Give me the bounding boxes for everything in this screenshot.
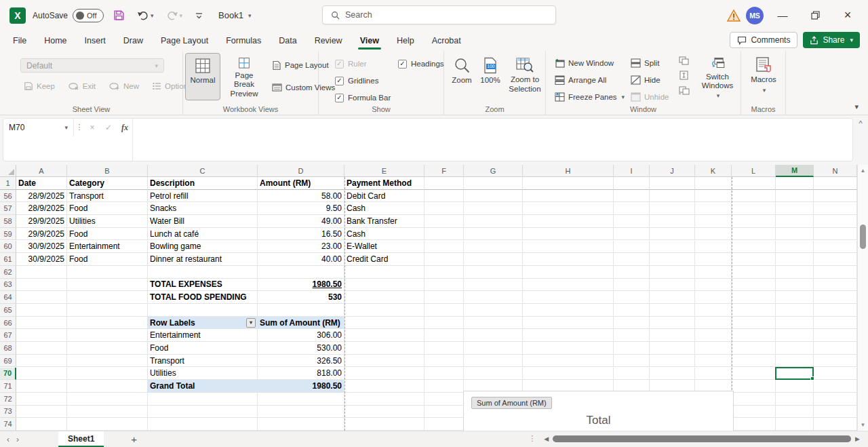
save-button[interactable]	[111, 8, 127, 22]
cell-L66[interactable]	[732, 317, 776, 330]
cell-I69[interactable]	[614, 355, 650, 368]
cell-D62[interactable]	[258, 266, 344, 279]
cell-K63[interactable]	[695, 279, 732, 292]
cell-D61[interactable]: 40.00	[258, 253, 344, 266]
cell-D1[interactable]: Amount (RM)	[258, 177, 344, 190]
cell-L67[interactable]	[732, 329, 776, 342]
cell-J65[interactable]	[650, 304, 695, 317]
cell-K62[interactable]	[695, 266, 732, 279]
cell-I70[interactable]	[614, 368, 650, 381]
cell-B64[interactable]	[67, 291, 148, 304]
cell-G70[interactable]	[464, 368, 523, 381]
cell-A64[interactable]	[16, 291, 67, 304]
cell-M72[interactable]	[776, 393, 814, 406]
cell-M62[interactable]	[776, 266, 814, 279]
cell-J63[interactable]	[650, 279, 695, 292]
ruler-checkbox[interactable]: ✓ Ruler	[335, 56, 391, 71]
cell-F74[interactable]	[425, 418, 464, 431]
cell-K70[interactable]	[695, 368, 732, 381]
cell-G68[interactable]	[464, 342, 523, 355]
cell-C56[interactable]: Petrol refill	[148, 190, 258, 203]
cell-H61[interactable]	[523, 253, 614, 266]
cell-L56[interactable]	[732, 190, 776, 203]
column-header-K[interactable]: K	[695, 165, 732, 177]
column-header-G[interactable]: G	[464, 165, 523, 177]
cell-C73[interactable]	[148, 406, 258, 419]
cell-G56[interactable]	[464, 190, 523, 203]
cell-E74[interactable]	[344, 418, 425, 431]
cell-L57[interactable]	[732, 202, 776, 215]
new-sheet-button[interactable]: +	[104, 433, 137, 445]
cell-B70[interactable]	[67, 368, 148, 381]
cell-G63[interactable]	[464, 279, 523, 292]
cell-E1[interactable]: Payment Method	[344, 177, 425, 190]
cell-H58[interactable]	[523, 215, 614, 228]
cell-B71[interactable]	[67, 380, 148, 393]
row-header-56[interactable]: 56	[0, 190, 16, 203]
cell-N57[interactable]	[814, 202, 857, 215]
scroll-down-icon[interactable]: ▼	[858, 422, 868, 428]
cell-G67[interactable]	[464, 329, 523, 342]
cell-B67[interactable]	[67, 329, 148, 342]
cell-K1[interactable]	[695, 177, 732, 190]
cell-M57[interactable]	[776, 202, 814, 215]
ribbon-tab-page-layout[interactable]: Page Layout	[152, 32, 217, 50]
cell-H1[interactable]	[523, 177, 614, 190]
cell-K58[interactable]	[695, 215, 732, 228]
cell-J64[interactable]	[650, 291, 695, 304]
cell-D72[interactable]	[258, 393, 344, 406]
row-header-1[interactable]: 1	[0, 177, 16, 190]
cell-F57[interactable]	[425, 202, 464, 215]
cell-E64[interactable]	[344, 291, 425, 304]
cell-E60[interactable]: E-Wallet	[344, 241, 425, 254]
cell-F73[interactable]	[425, 406, 464, 419]
cell-C66[interactable]: Row Labels▾	[148, 317, 258, 330]
cell-M67[interactable]	[776, 329, 814, 342]
cell-K56[interactable]	[695, 190, 732, 203]
cell-G59[interactable]	[464, 228, 523, 241]
cell-C65[interactable]	[148, 304, 258, 317]
ribbon-tab-draw[interactable]: Draw	[115, 32, 152, 50]
cell-A60[interactable]: 30/9/2025	[16, 241, 67, 254]
cell-E61[interactable]: Credit Card	[344, 253, 425, 266]
redo-dropdown-chevron-icon[interactable]: ▾	[180, 12, 183, 19]
cell-F69[interactable]	[425, 355, 464, 368]
cell-K65[interactable]	[695, 304, 732, 317]
cell-A57[interactable]: 28/9/2025	[16, 202, 67, 215]
column-header-N[interactable]: N	[814, 165, 857, 177]
ribbon-tab-file[interactable]: File	[4, 32, 35, 50]
row-header-66[interactable]: 66	[0, 317, 16, 330]
cell-A74[interactable]	[16, 418, 67, 431]
reset-window-position-icon[interactable]	[679, 85, 690, 95]
column-header-D[interactable]: D	[258, 165, 344, 177]
cell-J1[interactable]	[650, 177, 695, 190]
cell-B63[interactable]	[67, 279, 148, 292]
cell-E66[interactable]	[344, 317, 425, 330]
cell-N66[interactable]	[814, 317, 857, 330]
cell-L62[interactable]	[732, 266, 776, 279]
cell-G1[interactable]	[464, 177, 523, 190]
cell-M61[interactable]	[776, 253, 814, 266]
cell-E65[interactable]	[344, 304, 425, 317]
cell-H57[interactable]	[523, 202, 614, 215]
cell-L64[interactable]	[732, 291, 776, 304]
cell-N56[interactable]	[814, 190, 857, 203]
cell-I66[interactable]	[614, 317, 650, 330]
cell-A59[interactable]: 29/9/2025	[16, 228, 67, 241]
cell-B66[interactable]	[67, 317, 148, 330]
new-window-button[interactable]: New Window	[553, 56, 627, 71]
ribbon-tab-view[interactable]: View	[351, 32, 388, 50]
cell-E71[interactable]	[344, 380, 425, 393]
cell-J60[interactable]	[650, 241, 695, 254]
selected-cell-outline[interactable]	[775, 367, 814, 381]
cell-J58[interactable]	[650, 215, 695, 228]
cell-I64[interactable]	[614, 291, 650, 304]
cell-G58[interactable]	[464, 215, 523, 228]
horizontal-scroll-thumb[interactable]	[553, 435, 851, 442]
cell-H66[interactable]	[523, 317, 614, 330]
cell-M1[interactable]	[776, 177, 814, 190]
freeze-panes-button[interactable]: * Freeze Panes ▾	[553, 90, 627, 104]
cell-F61[interactable]	[425, 253, 464, 266]
cell-N60[interactable]	[814, 241, 857, 254]
ribbon-tab-help[interactable]: Help	[388, 32, 423, 50]
